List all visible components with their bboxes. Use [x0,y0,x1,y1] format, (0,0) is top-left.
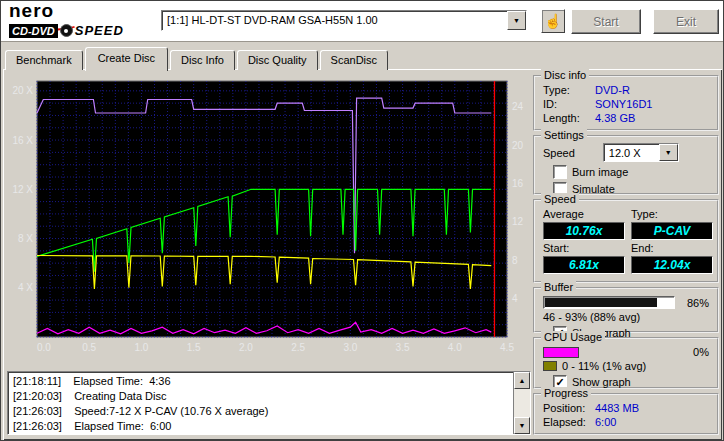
svg-text:4: 4 [512,293,518,304]
start-speed-display: 6.81x [543,256,625,274]
svg-text:12: 12 [512,216,524,227]
svg-text:1.5: 1.5 [187,342,201,353]
elapsed-value: 6:00 [595,416,709,428]
tab-create-disc[interactable]: Create Disc [85,47,168,71]
log-line: [21:20:03] Creating Data Disc [13,389,513,404]
svg-text:0.5: 0.5 [82,342,96,353]
exit-button[interactable]: Exit [653,9,719,34]
tab-scandisc[interactable]: ScanDisc [320,50,388,70]
svg-text:4 X: 4 X [18,282,33,293]
position-label: Position: [543,402,595,414]
speed-group: Speed Average Type: 10.76x P-CAV Start: … [533,199,719,283]
create-disc-panel: 20 X16 X12 X8 X4 X24201612840.00.51.01.5… [3,69,722,440]
disc-length-value: 4.38 GB [595,112,709,124]
drive-selector-value: [1:1] HL-DT-ST DVD-RAM GSA-H55N 1.00 [162,11,507,30]
log-line: [21:26:03] Elapsed Time: 6:00 [13,419,513,434]
cpu-legend-swatch [543,361,557,371]
speed-select[interactable]: 12.0 X ▼ [603,143,679,162]
svg-text:2.5: 2.5 [291,342,305,353]
scroll-down-icon[interactable]: ▼ [514,417,530,434]
end-speed-label: End: [631,242,713,254]
elapsed-label: Elapsed: [543,416,595,428]
disc-id-label: ID: [543,98,595,110]
app-window: nero CD-DVD SPEED [1:1] HL-DT-ST DVD-RAM… [0,0,724,441]
nero-logo: nero CD-DVD SPEED [9,2,157,40]
burn-image-checkbox-row[interactable]: Burn image [535,162,717,179]
disc-length-label: Length: [543,112,595,124]
drive-selector[interactable]: [1:1] HL-DT-ST DVD-RAM GSA-H55N 1.00 ▼ [161,10,527,31]
start-speed-label: Start: [543,242,625,254]
progress-title: Progress [541,387,591,399]
burn-image-checkbox[interactable] [553,165,567,179]
svg-text:4.0: 4.0 [448,342,462,353]
disc-info-title: Disc info [541,69,589,81]
svg-text:3.0: 3.0 [343,342,357,353]
svg-text:2.0: 2.0 [239,342,253,353]
write-type-display: P-CAV [631,222,713,240]
log-line: [21:26:03] Speed:7-12 X P-CAV (10.76 X a… [13,404,513,419]
cpu-swatch [543,347,579,358]
buffer-bar [543,296,675,309]
svg-text:12 X: 12 X [12,184,33,195]
cpu-percent: 0% [681,346,709,358]
burn-speed-chart-svg: 20 X16 X12 X8 X4 X24201612840.00.51.01.5… [7,77,531,367]
disc-type-value: DVD-R [595,84,709,96]
app-header: nero CD-DVD SPEED [1:1] HL-DT-ST DVD-RAM… [1,1,723,42]
tab-bar: Benchmark Create Disc Disc Info Disc Qua… [5,48,390,70]
burn-speed-chart: 20 X16 X12 X8 X4 X24201612840.00.51.01.5… [7,77,531,367]
disc-type-label: Type: [543,84,595,96]
cpu-usage-group: CPU Usage 0% 0 - 11% (1% avg) Show graph [533,337,719,389]
svg-text:0.0: 0.0 [37,342,51,353]
chevron-down-icon[interactable]: ▼ [659,144,678,161]
logo-cddvd-text: CD-DVD [9,24,58,38]
end-speed-display: 12.04x [631,256,713,274]
speed-title: Speed [541,193,579,205]
scrollbar-track[interactable] [514,389,530,417]
svg-text:20 X: 20 X [12,85,33,96]
buffer-range-text: 46 - 93% (88% avg) [543,311,640,323]
speed-select-value: 12.0 X [604,144,659,161]
svg-text:3.5: 3.5 [396,342,410,353]
burn-image-label: Burn image [572,166,628,178]
svg-text:24: 24 [512,101,524,112]
svg-text:16 X: 16 X [12,135,33,146]
disc-info-group: Disc info Type: DVD-R ID: SONY16D1 Lengt… [533,75,719,131]
buffer-title: Buffer [541,281,576,293]
hand-tool-button[interactable]: ☝ [541,9,565,33]
svg-text:8: 8 [512,255,518,266]
type-label: Type: [631,208,713,220]
settings-group: Settings Speed 12.0 X ▼ Burn image Simul… [533,135,719,195]
svg-text:20: 20 [512,140,524,151]
event-log-lines: [21:18:11] Elapsed Time: 4:36 [21:20:03]… [8,372,513,434]
average-speed-display: 10.76x [543,222,625,240]
tab-disc-info[interactable]: Disc Info [170,50,235,70]
scroll-up-icon[interactable]: ▲ [514,372,530,389]
svg-text:8 X: 8 X [18,233,33,244]
progress-group: Progress Position: 4483 MB Elapsed: 6:00 [533,393,719,435]
logo-speed-text: SPEED [75,23,124,38]
tab-benchmark[interactable]: Benchmark [5,50,83,70]
cpu-usage-title: CPU Usage [541,331,605,343]
disc-id-value: SONY16D1 [595,98,709,110]
chevron-down-icon[interactable]: ▼ [507,11,526,30]
average-label: Average [543,208,625,220]
log-scrollbar[interactable]: ▲ ▼ [513,372,530,434]
settings-title: Settings [541,129,587,141]
position-value: 4483 MB [595,402,709,414]
log-line: [21:18:11] Elapsed Time: 4:36 [13,374,513,389]
buffer-percent: 86% [681,297,709,309]
hand-icon: ☝ [544,13,561,29]
event-log: [21:18:11] Elapsed Time: 4:36 [21:20:03]… [7,371,531,435]
svg-text:1.0: 1.0 [134,342,148,353]
disc-icon [60,24,73,37]
logo-product-line: CD-DVD SPEED [9,23,124,38]
buffer-group: Buffer 86% 46 - 93% (88% avg) Show graph [533,287,719,333]
svg-text:16: 16 [512,178,524,189]
svg-text:4.5: 4.5 [500,342,514,353]
cpu-range-text: 0 - 11% (1% avg) [562,360,646,372]
speed-setting-label: Speed [543,147,575,159]
buffer-bar-fill [545,298,657,307]
tab-disc-quality[interactable]: Disc Quality [237,50,318,70]
start-button[interactable]: Start [571,9,641,34]
